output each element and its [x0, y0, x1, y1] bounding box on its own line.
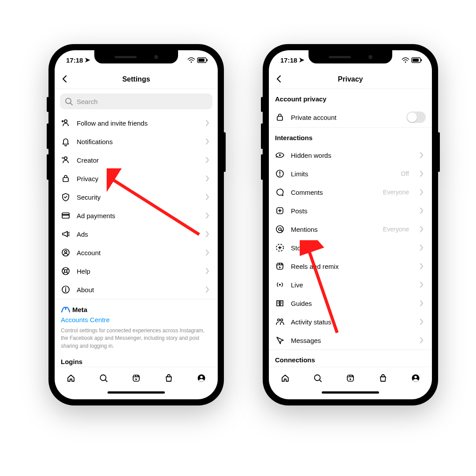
chevron-right-icon: [203, 118, 212, 128]
privacy-row-comments[interactable]: Comments Everyone: [269, 183, 432, 201]
settings-row-help[interactable]: Help: [55, 262, 218, 280]
row-label: Ad payments: [77, 212, 197, 219]
accounts-centre-link[interactable]: Accounts Centre: [61, 316, 212, 324]
tab-home[interactable]: [280, 373, 290, 383]
tab-profile[interactable]: [410, 373, 421, 383]
back-button[interactable]: [274, 74, 284, 84]
back-button[interactable]: [60, 74, 70, 84]
privacy-row-private-account[interactable]: Private account: [269, 107, 432, 127]
card-icon: [61, 211, 71, 220]
phone-mockup-privacy: 17:18➤ Privacy Account privacy Private a…: [263, 44, 438, 405]
chevron-right-icon: [417, 224, 426, 234]
row-label: Messages: [291, 337, 411, 344]
row-label: Guides: [291, 300, 411, 307]
settings-row-follow-invite[interactable]: Follow and invite friends: [55, 114, 218, 132]
info-icon: [61, 285, 71, 294]
meta-description: Control settings for connected experienc…: [61, 327, 212, 350]
lock-icon: [61, 174, 71, 183]
chevron-right-icon: [203, 211, 212, 220]
logins-header: Logins: [55, 352, 218, 367]
account-icon: [61, 248, 71, 257]
mention-icon: [275, 224, 285, 234]
shield-icon: [61, 192, 71, 202]
row-label: Security: [77, 193, 197, 201]
search-input[interactable]: Search: [60, 93, 212, 109]
lock-icon: [275, 112, 285, 122]
tab-reels[interactable]: [131, 373, 141, 383]
row-label: Limits: [291, 170, 395, 178]
row-label: About: [77, 286, 197, 294]
chevron-right-icon: [203, 155, 212, 165]
privacy-row-posts[interactable]: Posts: [269, 201, 432, 220]
section-account-privacy: Account privacy: [269, 89, 432, 107]
row-label: Hidden words: [291, 152, 411, 159]
reels-icon: [275, 261, 285, 271]
guides-icon: [275, 298, 285, 308]
home-indicator[interactable]: [55, 389, 218, 399]
privacy-row-story[interactable]: Story: [269, 238, 432, 257]
row-label: Follow and invite friends: [77, 119, 197, 127]
tab-bar: [269, 367, 432, 389]
tab-bar: [55, 367, 218, 389]
status-time: 17:18: [66, 56, 83, 64]
row-label: Reels and remix: [291, 263, 411, 270]
privacy-row-hidden-words[interactable]: Hidden words: [269, 146, 432, 164]
privacy-row-messages[interactable]: Messages: [269, 331, 432, 350]
tab-home[interactable]: [66, 373, 76, 383]
settings-row-ads[interactable]: Ads: [55, 225, 218, 243]
row-value: Everyone: [383, 189, 409, 196]
tab-shop[interactable]: [164, 373, 174, 383]
settings-row-privacy[interactable]: Privacy: [55, 169, 218, 188]
wifi-icon: [401, 56, 409, 63]
settings-row-creator[interactable]: Creator: [55, 151, 218, 169]
chevron-right-icon: [417, 206, 426, 216]
settings-row-account[interactable]: Account: [55, 243, 218, 262]
chevron-right-icon: [203, 174, 212, 183]
privacy-row-reels-remix[interactable]: Reels and remix: [269, 257, 432, 275]
row-label: Private account: [291, 114, 400, 121]
row-value: Off: [401, 170, 409, 177]
settings-row-about[interactable]: About: [55, 280, 218, 299]
privacy-row-live[interactable]: Live: [269, 275, 432, 294]
chevron-right-icon: [417, 335, 426, 345]
chevron-right-icon: [417, 150, 426, 160]
row-label: Privacy: [77, 175, 197, 182]
row-label: Ads: [77, 231, 197, 238]
settings-row-security[interactable]: Security: [55, 188, 218, 206]
privacy-row-activity-status[interactable]: Activity status: [269, 312, 432, 331]
chevron-right-icon: [417, 243, 426, 253]
private-account-toggle[interactable]: [406, 112, 426, 123]
navbar: Settings: [55, 70, 218, 89]
chevron-right-icon: [417, 187, 426, 197]
tab-reels[interactable]: [345, 373, 356, 383]
section-connections: Connections: [269, 350, 432, 367]
follow-invite-icon: [61, 118, 71, 128]
search-icon: [64, 97, 73, 106]
page-title: Privacy: [338, 75, 363, 83]
chevron-right-icon: [417, 280, 426, 290]
tab-profile[interactable]: [196, 373, 207, 383]
row-label: Posts: [291, 207, 411, 215]
help-icon: [61, 266, 71, 276]
battery-icon: [197, 56, 208, 64]
settings-row-ad-payments[interactable]: Ad payments: [55, 206, 218, 225]
settings-row-notifications[interactable]: Notifications: [55, 132, 218, 151]
section-interactions: Interactions: [269, 127, 432, 146]
row-label: Creator: [77, 156, 197, 164]
privacy-row-limits[interactable]: Limits Off: [269, 164, 432, 183]
row-value: Everyone: [383, 226, 409, 233]
privacy-row-guides[interactable]: Guides: [269, 294, 432, 312]
tab-search[interactable]: [312, 373, 323, 383]
row-label: Mentions: [291, 226, 377, 233]
creator-icon: [61, 155, 71, 165]
chevron-right-icon: [417, 169, 426, 178]
tab-search[interactable]: [98, 373, 109, 383]
location-icon: ➤: [299, 56, 305, 64]
meta-brand-text: Meta: [72, 306, 87, 313]
privacy-row-mentions[interactable]: Mentions Everyone: [269, 220, 432, 238]
comment-icon: [275, 187, 285, 197]
tab-shop[interactable]: [378, 373, 388, 383]
chevron-right-icon: [417, 298, 426, 308]
home-indicator[interactable]: [269, 389, 432, 399]
phone-mockup-settings: 17:18➤ Settings Search Follow and invite…: [48, 44, 224, 405]
